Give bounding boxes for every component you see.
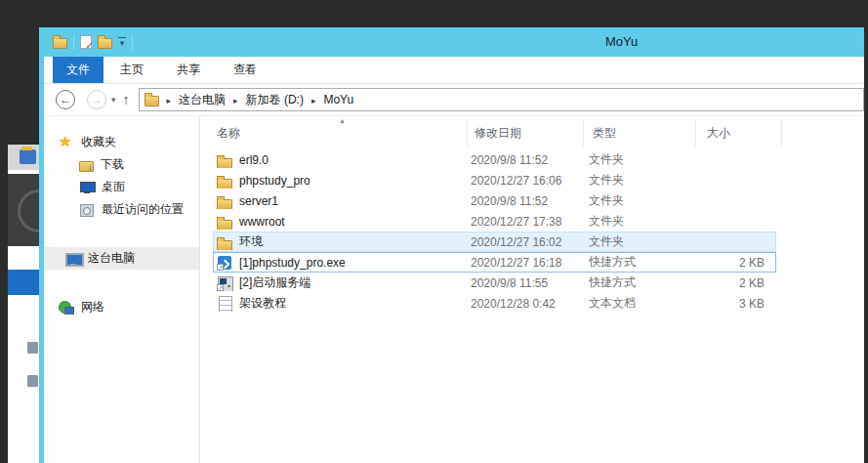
file-name-cell: phpstudy_pro [214, 173, 467, 189]
file-type-cell: 文件夹 [583, 151, 695, 168]
sidebar-item-label: 最近访问的位置 [102, 201, 184, 218]
file-icon [217, 234, 232, 250]
address-bar: ← → ▾ ↑ 这台电脑 新加卷 (D:) [44, 84, 864, 116]
toolbar-separator [73, 34, 74, 50]
file-row[interactable]: erl9.0 2020/9/8 11:52 文件夹 [213, 149, 776, 170]
file-name-cell: server1 [214, 193, 467, 209]
file-type-cell: 文件夹 [583, 192, 695, 209]
up-button[interactable]: ↑ [123, 92, 130, 107]
date-modified-cell: 2020/9/8 11:55 [467, 276, 583, 290]
date-modified-cell: 2020/9/8 11:52 [467, 194, 583, 208]
sidebar-item[interactable]: 桌面 [44, 176, 199, 198]
sidebar-item-label: 这台电脑 [88, 250, 135, 267]
file-name: 环境 [239, 233, 263, 250]
breadcrumb[interactable]: 这台电脑 新加卷 (D:) MoYu [139, 88, 864, 111]
properties-button[interactable]: ✓ [80, 35, 92, 49]
sidebar-item-label: 桌面 [102, 179, 125, 195]
new-folder-button[interactable] [98, 38, 112, 49]
file-list-pane: 名称 修改日期 类型 大小 ▲ [200, 116, 864, 463]
sidebar-item[interactable]: 收藏夹 [44, 131, 199, 153]
file-row[interactable]: server1 2020/9/8 11:52 文件夹 [213, 190, 776, 211]
background-window-item-icon [27, 342, 38, 354]
sidebar-item[interactable]: 这台电脑 [44, 247, 199, 270]
date-modified-cell: 2020/12/27 16:18 [467, 256, 583, 270]
sidebar-item-icon [65, 251, 81, 267]
ribbon-tab-label: 共享 [177, 62, 200, 78]
ribbon-tab[interactable]: 文件 [53, 57, 103, 83]
column-header[interactable]: 类型 [584, 120, 696, 147]
column-header-label: 类型 [593, 125, 616, 142]
file-row[interactable]: wwwroot 2020/12/27 17:38 文件夹 [213, 211, 776, 232]
explorer-window-icon [53, 38, 67, 49]
back-button[interactable]: ← [56, 90, 75, 109]
file-icon [217, 255, 232, 271]
sidebar-item-icon [79, 161, 94, 172]
column-header[interactable]: 大小 [696, 120, 782, 147]
chevron-down-icon: ▾ [111, 95, 116, 105]
file-row[interactable]: 架设教程 2020/12/28 0:42 文本文档 3 KB [213, 293, 776, 314]
sidebar-item-label: 下载 [101, 156, 124, 173]
file-type-cell: 文本文档 [583, 295, 695, 312]
background-window-item-icon [27, 375, 38, 387]
file-row[interactable]: [1]phpstudy_pro.exe 2020/12/27 16:18 快捷方… [213, 252, 776, 273]
file-icon [217, 214, 232, 230]
file-name: wwwroot [239, 215, 285, 229]
sidebar-item[interactable]: 最近访问的位置 [44, 198, 199, 221]
window-title: MoYu [605, 27, 638, 57]
file-name: 架设教程 [239, 295, 286, 312]
file-name: [2]启动服务端 [239, 274, 310, 291]
up-arrow-icon: ↑ [123, 92, 130, 107]
navigation-pane: 收藏夹 下载 桌面 最近访问的位置 [44, 116, 200, 463]
file-row[interactable]: 环境 2020/12/27 16:02 文件夹 [213, 232, 776, 252]
recent-locations-dropdown[interactable]: ▾ [111, 95, 116, 105]
breadcrumb-item[interactable]: 新加卷 (D:) [226, 92, 304, 108]
sidebar-item-label: 收藏夹 [81, 134, 116, 150]
file-name-cell: [2]启动服务端 [214, 274, 467, 291]
sidebar-item[interactable]: 下载 [44, 153, 199, 176]
column-header[interactable]: 名称 [213, 120, 468, 147]
ribbon-tab-label: 文件 [66, 62, 90, 78]
file-type-cell: 文件夹 [583, 213, 695, 230]
ribbon-tab-label: 查看 [233, 62, 257, 78]
shortcut-arrow-icon [217, 284, 224, 291]
file-icon [217, 275, 232, 291]
ribbon-tab[interactable]: 主页 [103, 57, 160, 83]
shortcut-arrow-icon [217, 264, 224, 271]
file-row[interactable]: phpstudy_pro 2020/12/27 16:06 文件夹 [213, 170, 776, 190]
toolbar-separator [132, 34, 133, 50]
chevron-down-icon: ▾ [120, 38, 125, 48]
file-name-cell: [1]phpstudy_pro.exe [214, 255, 467, 271]
file-icon [217, 296, 232, 312]
file-name: server1 [239, 194, 278, 208]
breadcrumb-item[interactable]: MoYu [304, 93, 353, 106]
date-modified-cell: 2020/12/27 17:38 [467, 215, 583, 229]
file-type-cell: 快捷方式 [583, 254, 695, 271]
date-modified-cell: 2020/12/27 16:02 [467, 235, 583, 249]
column-header[interactable]: 修改日期 [468, 120, 584, 147]
file-name-cell: wwwroot [214, 214, 467, 230]
file-size-cell: 2 KB [695, 256, 771, 270]
sidebar-item[interactable]: 网络 [44, 296, 199, 318]
explorer-window: ✓ ▾ MoYu 文件 主页 共享 查看 ← → ▾ ↑ [39, 27, 864, 463]
file-icon [217, 193, 232, 209]
ribbon-tab[interactable]: 查看 [217, 57, 273, 83]
file-size-cell: 2 KB [695, 276, 771, 290]
customize-toolbar-dropdown[interactable]: ▾ [118, 37, 126, 47]
date-modified-cell: 2020/9/8 11:52 [467, 153, 583, 167]
column-header-label: 名称 [217, 125, 240, 142]
sidebar-item-icon [79, 180, 95, 195]
file-name: erl9.0 [239, 153, 269, 167]
breadcrumb-item-label: 新加卷 (D:) [246, 92, 304, 108]
breadcrumb-item[interactable]: 这台电脑 [159, 92, 227, 108]
file-row[interactable]: [2]启动服务端 2020/9/8 11:55 快捷方式 2 KB [213, 273, 776, 293]
titlebar[interactable]: ✓ ▾ MoYu [44, 27, 864, 57]
background-window-dark-panel [8, 174, 39, 246]
location-folder-icon [145, 96, 159, 106]
ribbon-tab[interactable]: 共享 [160, 57, 217, 83]
forward-arrow-icon: → [91, 93, 103, 106]
sidebar-item-label: 网络 [81, 299, 104, 316]
forward-button[interactable]: → [87, 90, 106, 109]
file-icon [217, 173, 232, 189]
date-modified-cell: 2020/12/27 16:06 [467, 174, 583, 188]
ribbon-tab-label: 主页 [120, 62, 144, 78]
